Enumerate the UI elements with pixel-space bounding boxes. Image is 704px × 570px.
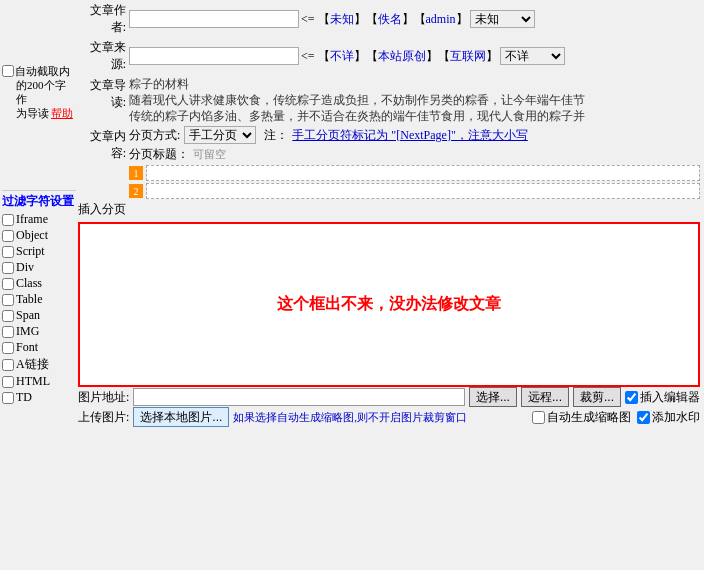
content-label: 文章内容: (78, 126, 126, 162)
sidebar-left: 自动截取内 的200个字作 为导读 帮助 过滤字符设置 Iframe Objec… (0, 0, 76, 429)
cb-font[interactable] (2, 342, 14, 354)
author-row: 文章作者: <= 【未知】【佚名】【admin】 未知 佚名 admin (78, 2, 700, 36)
guide-label: 文章导读: (78, 76, 126, 111)
cb-alink-label: A链接 (16, 356, 49, 373)
source-row: 文章来源: <= 【不详】【本站原创】【互联网】 不详 本站原创 互联网 (78, 39, 700, 73)
author-link-admin[interactable]: admin (426, 12, 456, 26)
cb-img-label: IMG (16, 324, 39, 339)
checkbox-span: Span (2, 308, 76, 323)
page-row-2: 2 (129, 183, 700, 199)
auto-extract-checkbox[interactable] (2, 65, 14, 77)
checkbox-html: HTML (2, 374, 76, 389)
guide-title: 粽子的材料 (129, 76, 699, 92)
guide-right: 粽子的材料 随着现代人讲求健康饮食，传统粽子造成负担，不妨制作另类的粽香，让今年… (129, 76, 700, 124)
cb-div-label: Div (16, 260, 34, 275)
cb-iframe[interactable] (2, 214, 14, 226)
source-select[interactable]: 不详 本站原创 互联网 (500, 47, 565, 65)
help-link[interactable]: 帮助 (51, 106, 73, 120)
remote-button[interactable]: 远程... (521, 387, 569, 407)
cb-iframe-label: Iframe (16, 212, 48, 227)
checkbox-div: Div (2, 260, 76, 275)
checkbox-alink: A链接 (2, 356, 76, 373)
image-addr-row: 图片地址: 选择... 远程... 裁剪... 插入编辑器 (78, 387, 700, 407)
upload-row: 上传图片: 选择本地图片... 如果选择自动生成缩略图,则不开启图片裁剪窗口 自… (78, 407, 700, 427)
checkbox-img: IMG (2, 324, 76, 339)
cb-span[interactable] (2, 310, 14, 322)
author-select[interactable]: 未知 佚名 admin (470, 10, 535, 28)
note-prefix: 注： (264, 127, 288, 144)
content-right: 分页方式: 手工分页 自动分页 注： 手工分页符标记为 "[NextPage]"… (129, 126, 700, 199)
cb-span-label: Span (16, 308, 40, 323)
cb-td[interactable] (2, 392, 14, 404)
editor-box: 这个框出不来，没办法修改文章 (78, 222, 700, 387)
cb-class-label: Class (16, 276, 42, 291)
insert-editor-checkbox-label[interactable]: 插入编辑器 (625, 389, 700, 406)
upload-label: 上传图片: (78, 409, 129, 426)
auto-extract-label2: 的200个字作 (2, 78, 76, 106)
cb-html[interactable] (2, 376, 14, 388)
page-method-label: 分页方式: (129, 127, 180, 144)
image-addr-input[interactable] (133, 388, 465, 406)
cb-script[interactable] (2, 246, 14, 258)
cb-html-label: HTML (16, 374, 50, 389)
auto-thumb-checkbox[interactable] (532, 411, 545, 424)
checkbox-font: Font (2, 340, 76, 355)
page-title-label: 分页标题： (129, 146, 189, 163)
checkbox-script: Script (2, 244, 76, 259)
choose-local-button[interactable]: 选择本地图片... (133, 407, 229, 427)
page-method-select[interactable]: 手工分页 自动分页 (184, 126, 256, 144)
insert-editor-checkbox[interactable] (625, 391, 638, 404)
source-input[interactable] (129, 47, 299, 65)
page-row-1: 1 (129, 165, 700, 181)
watermark-checkbox[interactable] (637, 411, 650, 424)
author-input[interactable] (129, 10, 299, 28)
page-input-2[interactable] (146, 183, 700, 199)
main-right: 文章作者: <= 【未知】【佚名】【admin】 未知 佚名 admin 文章来… (76, 0, 704, 429)
page-badge-2: 2 (129, 184, 143, 198)
guide-line2: 传统的粽子内馅多油、多热量，并不适合在炎热的端午佳节食用，现代人食用的粽子并 (129, 108, 699, 124)
cb-class[interactable] (2, 278, 14, 290)
source-links-text: <= 【不详】【本站原创】【互联网】 (301, 48, 498, 65)
auto-thumb-checkbox-label[interactable]: 自动生成缩略图 (532, 409, 631, 426)
source-link-original[interactable]: 本站原创 (378, 49, 426, 63)
checkbox-list: Iframe Object Script Div Class Table (2, 212, 76, 405)
auto-extract-label1: 自动截取内 (15, 64, 70, 78)
cb-img[interactable] (2, 326, 14, 338)
checkbox-object: Object (2, 228, 76, 243)
image-addr-label: 图片地址: (78, 389, 129, 406)
author-links-text: <= 【未知】【佚名】【admin】 (301, 11, 468, 28)
can-empty-label: 可留空 (193, 147, 226, 162)
filter-title: 过滤字符设置 (2, 193, 76, 210)
guide-line1: 随着现代人讲求健康饮食，传统粽子造成负担，不妨制作另类的粽香，让今年端午佳节 (129, 92, 699, 108)
page-input-1[interactable] (146, 165, 700, 181)
page-title-section: 分页标题： 可留空 (129, 146, 700, 163)
source-link-buxi[interactable]: 不详 (330, 49, 354, 63)
cb-table[interactable] (2, 294, 14, 306)
cb-table-label: Table (16, 292, 42, 307)
cb-object[interactable] (2, 230, 14, 242)
author-link-unknown[interactable]: 未知 (330, 12, 354, 26)
page-method-row: 分页方式: 手工分页 自动分页 注： 手工分页符标记为 "[NextPage]"… (129, 126, 700, 144)
watermark-label: 添加水印 (652, 409, 700, 426)
author-link-yiming[interactable]: 佚名 (378, 12, 402, 26)
checkbox-table: Table (2, 292, 76, 307)
page-badge-1: 1 (129, 166, 143, 180)
editor-message: 这个框出不来，没办法修改文章 (277, 294, 501, 315)
cb-script-label: Script (16, 244, 45, 259)
insert-editor-label: 插入编辑器 (640, 389, 700, 406)
source-label: 文章来源: (78, 39, 126, 73)
choose-button[interactable]: 选择... (469, 387, 517, 407)
auto-thumb-label: 自动生成缩略图 (547, 409, 631, 426)
checkbox-class: Class (2, 276, 76, 291)
crop-button[interactable]: 裁剪... (573, 387, 621, 407)
cb-alink[interactable] (2, 359, 14, 371)
cb-div[interactable] (2, 262, 14, 274)
cb-td-label: TD (16, 390, 32, 405)
source-link-internet[interactable]: 互联网 (450, 49, 486, 63)
cb-font-label: Font (16, 340, 38, 355)
auto-extract-section: 自动截取内 的200个字作 为导读 帮助 (2, 64, 76, 120)
note-link[interactable]: 手工分页符标记为 "[NextPage]"，注意大小写 (292, 127, 527, 144)
checkbox-iframe: Iframe (2, 212, 76, 227)
watermark-checkbox-label[interactable]: 添加水印 (637, 409, 700, 426)
content-section-row: 文章内容: 分页方式: 手工分页 自动分页 注： 手工分页符标记为 "[Next… (78, 126, 700, 199)
